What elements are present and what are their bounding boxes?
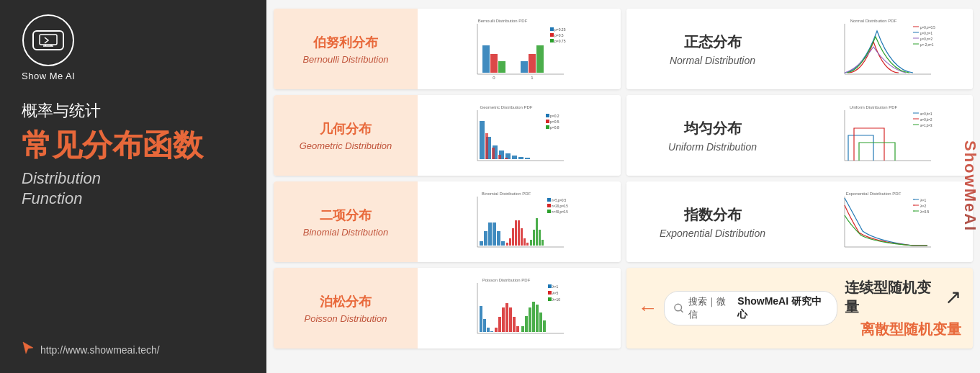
main-title-suffix: 分布函数 — [82, 128, 203, 162]
poisson-card: 泊松分布 Poisson Distribution Poisson Distri… — [274, 268, 621, 349]
bernoulli-en: Bernoulli Distribution — [302, 54, 388, 65]
svg-text:p=0.25: p=0.25 — [554, 27, 566, 32]
svg-text:n=40,p=0.5: n=40,p=0.5 — [552, 210, 568, 214]
binomial-cn: 二项分布 — [320, 207, 372, 224]
svg-rect-17 — [550, 33, 554, 37]
sidebar: Show Me AI 概率与统计 常见分布函数 Distribution Fun… — [0, 0, 266, 373]
svg-text:n=5,p=0.5: n=5,p=0.5 — [552, 199, 567, 202]
svg-line-127 — [680, 310, 683, 313]
svg-text:Uniform Distribution PDF: Uniform Distribution PDF — [850, 105, 898, 109]
svg-rect-54 — [515, 220, 517, 246]
geometric-chart: Geometric Distribution PDF — [418, 95, 621, 176]
binomial-chart: Binomial Distribution PDF — [418, 181, 621, 262]
svg-text:p=0.2: p=0.2 — [550, 114, 559, 118]
svg-text:λ=10: λ=10 — [552, 297, 560, 302]
svg-rect-0 — [40, 35, 57, 45]
normal-cn: 正态分布 — [684, 32, 742, 52]
svg-rect-75 — [487, 328, 490, 332]
bernoulli-label: 伯努利分布 Bernoulli Distribution — [274, 9, 418, 89]
svg-rect-19 — [550, 39, 554, 42]
svg-text:μ=0,σ=0.5: μ=0,σ=0.5 — [920, 26, 935, 30]
svg-text:1: 1 — [531, 76, 534, 80]
svg-rect-61 — [536, 218, 538, 246]
svg-rect-10 — [521, 61, 528, 73]
svg-rect-7 — [482, 45, 490, 73]
svg-text:Normal Distribution PDF: Normal Distribution PDF — [850, 19, 896, 23]
subtitle: 概率与统计 — [22, 100, 101, 122]
svg-rect-89 — [539, 313, 542, 332]
svg-text:a=0,b=2: a=0,b=2 — [920, 118, 932, 122]
geometric-label: 几何分布 Geometric Distribution — [274, 95, 418, 176]
svg-rect-91 — [548, 284, 552, 288]
svg-rect-86 — [529, 307, 531, 332]
svg-rect-74 — [483, 319, 486, 332]
svg-rect-95 — [548, 297, 552, 301]
logo-label: Show Me AI — [22, 71, 75, 81]
svg-text:Bernoulli Distribution PDF: Bernoulli Distribution PDF — [478, 19, 528, 23]
svg-rect-78 — [498, 317, 501, 332]
exponential-cn: 指数分布 — [684, 205, 742, 225]
en-line1: Distribution — [22, 169, 101, 188]
svg-rect-88 — [536, 305, 539, 332]
logo-area: Show Me AI — [22, 14, 75, 81]
main-title-prefix: 常见 — [22, 128, 82, 162]
svg-rect-82 — [513, 317, 516, 332]
svg-text:λ=1: λ=1 — [552, 284, 558, 289]
arrow-left-icon: ← — [638, 297, 658, 320]
svg-rect-90 — [543, 320, 546, 332]
svg-text:λ=0.5: λ=0.5 — [920, 210, 930, 214]
svg-rect-81 — [509, 307, 512, 332]
arrow-up-right-icon: ↗ — [945, 285, 961, 309]
exponential-chart-svg: Exponential Distribution PDF λ=1 λ=2 λ=0… — [834, 189, 938, 254]
discrete-label: 离散型随机变量 — [860, 320, 961, 339]
en-line2: Function — [22, 189, 82, 208]
svg-rect-63 — [541, 240, 544, 246]
logo-icon — [39, 34, 58, 47]
svg-point-126 — [674, 304, 681, 311]
svg-rect-34 — [498, 155, 501, 159]
svg-rect-29 — [512, 156, 517, 159]
svg-rect-59 — [530, 240, 532, 246]
svg-rect-51 — [506, 243, 508, 246]
svg-rect-12 — [536, 45, 544, 73]
svg-rect-77 — [495, 328, 498, 332]
normal-label: 正态分布 Normal Distribution — [626, 9, 799, 89]
bottom-info-row: ← 搜索｜微信 ShowMeAI 研究中心 连续型随机变量 ↗ 离散型随机变量 — [626, 268, 974, 349]
svg-rect-93 — [548, 291, 552, 295]
svg-rect-50 — [501, 241, 505, 246]
geometric-card: 几何分布 Geometric Distribution Geometric Di… — [274, 95, 621, 176]
poisson-cn: 泊松分布 — [320, 293, 372, 310]
svg-rect-32 — [485, 133, 488, 159]
svg-rect-84 — [521, 326, 524, 332]
continuous-label: 连续型随机变量 — [845, 278, 942, 317]
svg-rect-79 — [502, 307, 505, 332]
svg-text:Geometric Distribution PDF: Geometric Distribution PDF — [480, 105, 533, 109]
search-icon — [673, 302, 684, 314]
bernoulli-chart-svg: Bernoulli Distribution PDF 0 1 — [467, 17, 571, 81]
svg-rect-80 — [505, 303, 508, 332]
svg-rect-87 — [532, 302, 535, 332]
exponential-card: 指数分布 Exponential Distribution Exponentia… — [626, 181, 974, 262]
uniform-en: Uniform Distribution — [668, 141, 757, 153]
right-distributions-col: 正态分布 Normal Distribution Normal Distribu… — [626, 9, 974, 364]
normal-chart: Normal Distribution PDF μ=0,σ=0.5 μ=0,σ=… — [799, 9, 974, 89]
svg-rect-11 — [529, 54, 536, 73]
sidebar-url[interactable]: http://www.showmeai.tech/ — [40, 344, 160, 356]
svg-text:p=0.5: p=0.5 — [554, 33, 564, 37]
svg-text:p=0.5: p=0.5 — [550, 120, 559, 124]
svg-rect-30 — [518, 157, 523, 159]
svg-rect-38 — [546, 120, 549, 123]
svg-rect-57 — [523, 238, 526, 246]
logo-circle — [22, 14, 74, 66]
svg-text:p=0.75: p=0.75 — [554, 39, 566, 43]
poisson-en: Poisson Distribution — [305, 313, 387, 324]
svg-rect-52 — [509, 238, 511, 246]
main-content: 伯努利分布 Bernoulli Distribution Bernoulli D… — [266, 0, 980, 373]
geometric-chart-svg: Geometric Distribution PDF — [467, 103, 571, 168]
svg-rect-83 — [516, 326, 519, 332]
svg-rect-36 — [546, 114, 549, 117]
svg-rect-64 — [547, 198, 551, 202]
bernoulli-cn: 伯努利分布 — [313, 34, 378, 51]
svg-rect-73 — [480, 306, 482, 332]
svg-text:λ=2: λ=2 — [920, 204, 926, 208]
